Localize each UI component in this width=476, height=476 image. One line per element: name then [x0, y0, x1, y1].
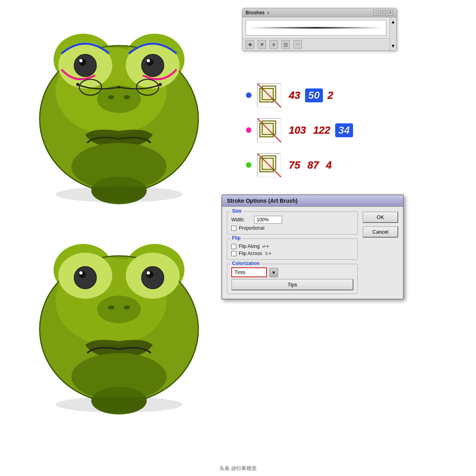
- brush-row-2: 103 122 34: [246, 118, 353, 142]
- svg-point-7: [74, 54, 96, 77]
- svg-point-31: [74, 267, 96, 289]
- svg-rect-50: [260, 123, 273, 137]
- scroll-up-icon[interactable]: ▲: [391, 19, 395, 25]
- svg-point-18: [76, 83, 79, 86]
- brush-options-icon[interactable]: ≡: [269, 40, 278, 49]
- svg-point-42: [56, 397, 182, 413]
- brush-stroke-preview: [249, 27, 383, 29]
- brushes-panel: Brushes × − □ × ⊕ ✕ ≡ ◫ ⋯ ▲ ▼: [242, 8, 397, 51]
- num-34: 34: [335, 123, 353, 137]
- colorization-dropdown-btn[interactable]: ▼: [269, 268, 278, 277]
- svg-point-15: [124, 95, 130, 99]
- dialog-body: Size Width: Proportional Flip Flip Along…: [222, 207, 403, 299]
- brushes-preview: [246, 20, 386, 36]
- colorization-label: Colorization: [230, 261, 261, 266]
- scroll-down-icon[interactable]: ▼: [391, 43, 395, 49]
- brush-icon-1: [257, 83, 281, 107]
- width-row: Width:: [231, 216, 353, 224]
- flip-along-checkbox[interactable]: [231, 244, 236, 249]
- dialog-left: Size Width: Proportional Flip Flip Along…: [227, 211, 358, 294]
- maximize-btn[interactable]: □: [380, 10, 386, 15]
- svg-point-38: [108, 305, 114, 309]
- brush-rows: 43 50 2 103 122 34: [246, 83, 353, 177]
- brush-icon-3: [257, 153, 281, 177]
- brush-menu-icon[interactable]: ⋯: [293, 40, 302, 49]
- proportional-row: Proportional: [231, 225, 353, 231]
- new-brush-icon[interactable]: ⊕: [246, 40, 254, 49]
- svg-rect-46: [260, 88, 273, 102]
- brush-icon-2: [257, 118, 281, 142]
- tips-button[interactable]: Tips: [231, 279, 353, 290]
- minimize-btn[interactable]: −: [373, 10, 379, 15]
- watermark: 头条 @衍果视觉: [0, 465, 476, 472]
- colorization-section: Colorization ▼ Tips: [227, 264, 358, 294]
- flip-section-label: Flip: [230, 235, 242, 241]
- num-50: 50: [305, 88, 323, 102]
- svg-point-33: [79, 271, 83, 274]
- colorization-row: ▼: [231, 267, 353, 277]
- size-section: Size Width: Proportional: [227, 211, 358, 234]
- dot-pink: [246, 127, 251, 133]
- svg-point-19: [159, 83, 162, 86]
- num-43: 43: [286, 88, 303, 102]
- svg-point-10: [142, 54, 164, 77]
- width-input[interactable]: [254, 216, 282, 224]
- num-4: 4: [324, 158, 334, 172]
- flip-across-label: Flip Across: [239, 251, 262, 256]
- proportional-label: Proportional: [239, 225, 265, 231]
- svg-point-39: [124, 305, 130, 309]
- brush-lib-icon[interactable]: ◫: [281, 40, 290, 49]
- size-section-label: Size: [230, 208, 243, 214]
- num-badges-1: 43 50 2: [286, 88, 336, 102]
- flip-along-row: Flip Along ⇌✦: [231, 244, 353, 249]
- svg-point-14: [108, 95, 114, 99]
- brushes-panel-title: Brushes: [246, 10, 265, 15]
- num-87: 87: [305, 158, 321, 172]
- stroke-options-dialog: Stroke Options (Art Brush) Size Width: P…: [221, 194, 404, 299]
- num-75: 75: [286, 158, 303, 172]
- svg-point-9: [79, 59, 83, 62]
- proportional-checkbox[interactable]: [231, 226, 236, 231]
- frog-bottom: [24, 222, 214, 416]
- dot-blue: [246, 92, 251, 98]
- num-badges-2: 103 122 34: [286, 123, 353, 137]
- cancel-button[interactable]: Cancel: [363, 226, 398, 238]
- svg-point-20: [118, 86, 120, 88]
- brushes-title-left: Brushes ×: [246, 10, 269, 15]
- num-103: 103: [286, 123, 308, 137]
- brush-row-1: 43 50 2: [246, 83, 353, 107]
- brushes-toolbar: ⊕ ✕ ≡ ◫ ⋯: [242, 38, 390, 50]
- svg-point-13: [97, 85, 141, 113]
- close-btn[interactable]: ×: [388, 10, 393, 15]
- svg-point-37: [97, 296, 141, 323]
- flip-across-checkbox[interactable]: [231, 251, 236, 256]
- brush-row-3: 75 87 4: [246, 153, 353, 177]
- brushes-close-x[interactable]: ×: [267, 10, 269, 15]
- tints-input[interactable]: [231, 267, 267, 277]
- svg-point-23: [56, 186, 182, 202]
- svg-point-36: [147, 271, 150, 274]
- svg-rect-54: [260, 158, 273, 172]
- frog-top: [24, 12, 214, 206]
- brushes-title-bar: Brushes × − □ ×: [242, 8, 396, 17]
- num-122: 122: [311, 123, 332, 137]
- flip-along-label: Flip Along: [239, 244, 260, 249]
- num-badges-3: 75 87 4: [286, 158, 334, 172]
- width-label: Width:: [231, 217, 251, 223]
- brushes-title-right: − □ ×: [373, 10, 393, 15]
- dialog-title: Stroke Options (Art Brush): [222, 195, 403, 207]
- delete-brush-icon[interactable]: ✕: [257, 40, 266, 49]
- flip-section: Flip Flip Along ⇌✦ Flip Across ⇅✦: [227, 238, 358, 260]
- svg-point-34: [142, 267, 164, 289]
- dot-green: [246, 162, 251, 168]
- flip-along-icon: ⇌✦: [262, 244, 269, 249]
- svg-point-12: [147, 59, 150, 62]
- ok-button[interactable]: OK: [363, 211, 398, 223]
- dialog-right: OK Cancel: [363, 211, 398, 294]
- flip-across-row: Flip Across ⇅✦: [231, 251, 353, 256]
- num-2: 2: [325, 88, 336, 102]
- flip-across-icon: ⇅✦: [265, 251, 272, 256]
